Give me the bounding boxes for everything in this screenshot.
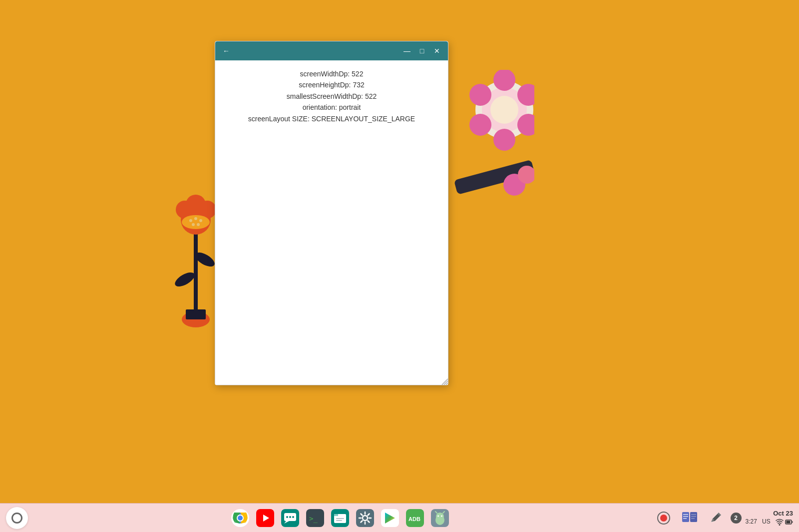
- close-button[interactable]: ✕: [430, 44, 444, 58]
- svg-rect-44: [336, 520, 342, 521]
- play-store-icon: [381, 509, 399, 527]
- svg-rect-62: [683, 514, 688, 515]
- android-icon: [431, 509, 449, 527]
- svg-point-17: [482, 87, 527, 132]
- title-bar-left: ←: [219, 44, 233, 58]
- svg-point-1: [173, 269, 197, 289]
- record-icon: [657, 511, 671, 525]
- svg-point-3: [182, 311, 210, 327]
- svg-rect-0: [194, 230, 198, 319]
- pen-button[interactable]: [705, 507, 727, 529]
- record-button[interactable]: [653, 507, 675, 529]
- svg-rect-63: [683, 516, 688, 517]
- svg-rect-43: [336, 518, 344, 519]
- adb-icon: ADB: [406, 509, 424, 527]
- youtube-icon: [256, 509, 274, 527]
- screen-height-dp: screenHeightDp: 732: [299, 79, 365, 90]
- screen-layout: screenLayout SIZE: SCREENLAYOUT_SIZE_LAR…: [248, 113, 415, 124]
- svg-point-14: [197, 223, 200, 226]
- svg-point-23: [469, 84, 491, 106]
- launcher-circle-icon: [11, 513, 22, 524]
- desktop: ↑ ← — □ ✕ screenW: [0, 0, 799, 532]
- battery-icon: [785, 518, 793, 526]
- svg-rect-72: [787, 521, 791, 523]
- svg-point-27: [518, 166, 534, 184]
- reader-button[interactable]: [679, 507, 701, 529]
- launcher-button[interactable]: [6, 507, 28, 529]
- datetime-time: 3:27 US: [746, 518, 793, 526]
- notification-badge[interactable]: 2: [731, 513, 742, 524]
- play-store-icon-button[interactable]: [379, 507, 401, 529]
- svg-point-8: [186, 195, 206, 215]
- pen-icon: [709, 511, 723, 525]
- svg-point-5: [181, 205, 211, 235]
- svg-rect-25: [454, 160, 534, 195]
- taskbar-right: 2 Oct 23 3:27 US: [653, 507, 793, 529]
- settings-icon: [356, 509, 374, 527]
- svg-text:ADB: ADB: [408, 516, 420, 522]
- svg-point-69: [779, 524, 780, 526]
- svg-text:>_: >_: [309, 515, 318, 523]
- smallest-screen-width-dp: smallestScreenWidthDp: 522: [287, 91, 377, 102]
- taskbar-left: [6, 507, 28, 529]
- back-button[interactable]: ←: [219, 44, 233, 58]
- time-display: 3:27: [746, 518, 757, 525]
- chrome-icon-button[interactable]: [229, 507, 251, 529]
- locale-display: US: [762, 518, 771, 525]
- svg-point-10: [189, 219, 192, 222]
- svg-point-55: [441, 515, 442, 517]
- chrome-icon: [231, 509, 249, 527]
- reader-icon: [682, 511, 698, 525]
- messages-icon: [281, 509, 299, 527]
- svg-point-59: [660, 515, 667, 522]
- datetime-date: Oct 23: [746, 510, 793, 518]
- settings-icon-button[interactable]: [354, 507, 376, 529]
- svg-point-36: [286, 516, 288, 518]
- maximize-button[interactable]: □: [415, 44, 429, 58]
- svg-point-7: [198, 201, 216, 219]
- minimize-button[interactable]: —: [400, 44, 414, 58]
- files-icon-button[interactable]: [329, 507, 351, 529]
- adb-icon-button[interactable]: ADB: [404, 507, 426, 529]
- datetime-area[interactable]: Oct 23 3:27 US: [746, 510, 793, 526]
- window-content: screenWidthDp: 522 screenHeightDp: 732 s…: [215, 60, 448, 385]
- terminal-icon: >_: [306, 509, 324, 527]
- svg-rect-64: [683, 518, 687, 519]
- svg-point-11: [194, 217, 197, 220]
- svg-point-19: [517, 84, 534, 106]
- resize-handle[interactable]: [440, 377, 448, 385]
- svg-point-9: [182, 215, 210, 229]
- svg-point-6: [176, 201, 194, 219]
- svg-point-2: [193, 250, 217, 269]
- svg-point-21: [493, 129, 515, 151]
- messages-icon-button[interactable]: [279, 507, 301, 529]
- taskbar: >_: [0, 503, 799, 532]
- svg-rect-60: [682, 512, 689, 522]
- android-icon-button[interactable]: [429, 507, 451, 529]
- svg-text:↑: ↑: [192, 235, 198, 247]
- terminal-icon-button[interactable]: >_: [304, 507, 326, 529]
- svg-point-24: [490, 96, 518, 124]
- svg-point-18: [493, 70, 515, 91]
- svg-point-38: [292, 516, 294, 518]
- svg-point-16: [475, 81, 533, 139]
- svg-point-31: [238, 516, 243, 521]
- orientation: orientation: portrait: [303, 102, 361, 113]
- svg-point-53: [436, 513, 444, 521]
- title-bar-controls: — □ ✕: [400, 44, 444, 58]
- svg-point-13: [192, 223, 195, 226]
- files-icon: [331, 509, 349, 527]
- taskbar-center: >_: [28, 507, 653, 529]
- svg-point-54: [437, 515, 439, 517]
- svg-point-22: [469, 114, 491, 136]
- title-bar: ← — □ ✕: [215, 41, 448, 60]
- svg-point-12: [199, 219, 202, 222]
- svg-rect-68: [690, 512, 697, 522]
- svg-point-26: [503, 174, 525, 196]
- svg-point-37: [289, 516, 291, 518]
- app-window: ← — □ ✕ screenWidthDp: 522 screenHeightD…: [215, 41, 448, 385]
- right-flower-decoration: [454, 70, 534, 294]
- svg-rect-71: [792, 521, 793, 523]
- youtube-icon-button[interactable]: [254, 507, 276, 529]
- svg-rect-4: [186, 309, 206, 319]
